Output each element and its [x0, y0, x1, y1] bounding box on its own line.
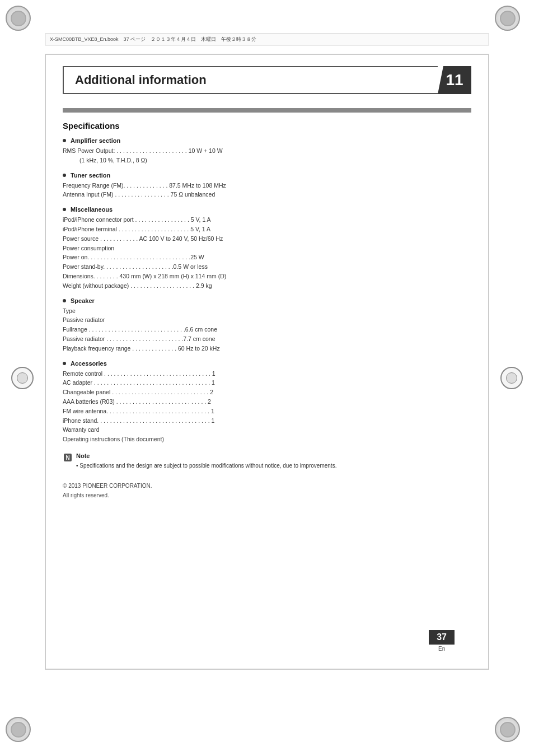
svg-text:N: N [65, 455, 69, 461]
section-divider-bar [63, 108, 471, 113]
accessories-title-text: Accessories [71, 360, 107, 367]
side-decoration-left [11, 367, 34, 389]
amplifier-line-2: (1 kHz, 10 %, T.H.D., 8 Ω) [63, 156, 471, 165]
copyright-line1: © 2013 PIONEER CORPORATION. [63, 481, 471, 491]
note-content: Note • Specifications and the design are… [76, 452, 336, 470]
misc-line-8: Weight (without package) . . . . . . . .… [63, 281, 471, 291]
accessories-title: Accessories [63, 360, 471, 367]
note-icon: N [63, 452, 73, 463]
page-number: 37 [437, 632, 447, 642]
misc-line-7: Dimensions. . . . . . . . 430 mm (W) x 2… [63, 272, 471, 281]
speaker-section: Speaker Type Passive radiator Fullrange … [63, 297, 471, 353]
corner-decoration-top-left [6, 6, 39, 39]
tuner-title: Tuner section [63, 172, 471, 179]
acc-line-2: AC adapter . . . . . . . . . . . . . . .… [63, 378, 471, 388]
miscellaneous-section: Miscellaneous iPod/iPhone connector port… [63, 206, 471, 290]
bullet-tuner [63, 174, 66, 177]
acc-line-4: AAA batteries (R03) . . . . . . . . . . … [63, 397, 471, 407]
accessories-section: Accessories Remote control . . . . . . .… [63, 360, 471, 444]
speaker-line-1: Type [63, 306, 471, 316]
copyright-section: © 2013 PIONEER CORPORATION. All rights r… [63, 481, 471, 500]
speaker-title: Speaker [63, 297, 471, 304]
misc-line-4: Power consumption [63, 244, 471, 253]
chapter-number-box: 11 [438, 66, 471, 94]
amplifier-section: Amplifier section RMS Power Output: . . … [63, 137, 471, 165]
amplifier-title-text: Amplifier section [71, 137, 120, 144]
miscellaneous-title: Miscellaneous [63, 206, 471, 213]
corner-decoration-bottom-left [6, 717, 39, 750]
acc-line-7: Warranty card [63, 425, 471, 435]
note-text-content: Specifications and the design are subjec… [79, 463, 336, 469]
misc-line-6: Power stand-by. . . . . . . . . . . . . … [63, 262, 471, 272]
top-info-text: X-SMC00BTB_VXE8_En.book 37 ページ ２０１３年４月４日… [50, 36, 256, 42]
acc-line-1: Remote control . . . . . . . . . . . . .… [63, 369, 471, 379]
tuner-line-2: Antenna Input (FM) . . . . . . . . . . .… [63, 190, 471, 199]
note-title: Note [76, 452, 336, 459]
page-number-box: 37 [429, 630, 455, 645]
specifications-title: Specifications [63, 121, 471, 130]
misc-line-3: Power source . . . . . . . . . . . . AC … [63, 234, 471, 244]
speaker-line-2: Passive radiator [63, 315, 471, 325]
acc-line-8: Operating instructions (This document) [63, 435, 471, 444]
chapter-title-box: Additional information [63, 66, 438, 94]
miscellaneous-title-text: Miscellaneous [71, 206, 113, 213]
bullet-miscellaneous [63, 208, 66, 211]
top-info-bar: X-SMC00BTB_VXE8_En.book 37 ページ ２０１３年４月４日… [45, 34, 489, 45]
bullet-speaker [63, 299, 66, 302]
chapter-number: 11 [446, 71, 463, 89]
note-text: • Specifications and the design are subj… [76, 461, 336, 470]
chapter-title: Additional information [75, 73, 207, 87]
note-section: N Note • Specifications and the design a… [63, 452, 471, 470]
bullet-accessories [63, 362, 66, 365]
misc-line-2: iPod/iPhone terminal . . . . . . . . . .… [63, 225, 471, 234]
side-decoration-right [500, 367, 523, 389]
acc-line-5: FM wire antenna. . . . . . . . . . . . .… [63, 407, 471, 416]
copyright-line2: All rights reserved. [63, 491, 471, 500]
amplifier-line-1: RMS Power Output: . . . . . . . . . . . … [63, 146, 471, 156]
speaker-line-4: Passive radiator . . . . . . . . . . . .… [63, 334, 471, 344]
tuner-line-1: Frequency Range (FM). . . . . . . . . . … [63, 181, 471, 190]
misc-line-5: Power on. . . . . . . . . . . . . . . . … [63, 253, 471, 262]
tuner-section: Tuner section Frequency Range (FM). . . … [63, 172, 471, 200]
tuner-title-text: Tuner section [71, 172, 110, 179]
page-lang: En [429, 646, 455, 652]
speaker-line-3: Fullrange . . . . . . . . . . . . . . . … [63, 325, 471, 334]
page-number-area: 37 En [429, 630, 455, 652]
speaker-line-5: Playback frequency range . . . . . . . .… [63, 344, 471, 353]
acc-line-6: iPhone stand. . . . . . . . . . . . . . … [63, 416, 471, 426]
bullet-amplifier [63, 139, 66, 142]
page-container: X-SMC00BTB_VXE8_En.book 37 ページ ２０１３年４月４日… [0, 0, 534, 756]
acc-line-3: Changeable panel . . . . . . . . . . . .… [63, 388, 471, 397]
chapter-header: Additional information 11 [63, 66, 471, 94]
corner-decoration-top-right [495, 6, 528, 39]
misc-line-1: iPod/iPhone connector port . . . . . . .… [63, 215, 471, 225]
main-content: Additional information 11 Specifications… [45, 54, 489, 670]
amplifier-title: Amplifier section [63, 137, 471, 144]
corner-decoration-bottom-right [495, 717, 528, 750]
speaker-title-text: Speaker [71, 297, 95, 304]
